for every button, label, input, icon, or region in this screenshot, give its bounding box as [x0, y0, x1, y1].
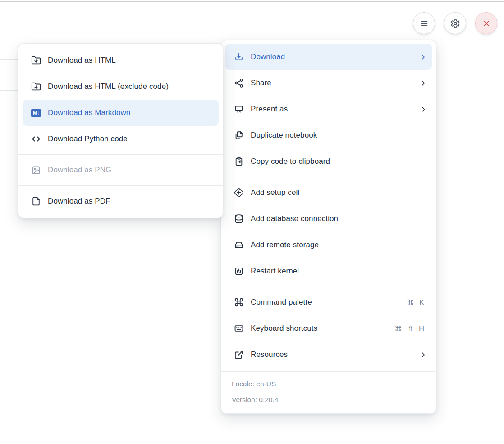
submenu-item-download-as-pdf[interactable]: Download as PDF: [23, 188, 219, 214]
code-icon: [31, 134, 41, 144]
menu-item-label: Add setup cell: [251, 188, 427, 197]
hamburger-icon: [419, 18, 430, 28]
submenu-item-download-as-html[interactable]: Download as HTML: [23, 47, 219, 74]
menu-button[interactable]: [413, 12, 435, 34]
menu-item-add-remote-storage[interactable]: Add remote storage: [225, 232, 432, 258]
submenu-item-download-python-code[interactable]: Download Python code: [23, 126, 219, 152]
submenu-item-download-as-png[interactable]: Download as PNG: [23, 157, 219, 183]
menu-item-label: Share: [251, 79, 412, 88]
menu-item-label: Keyboard shortcuts: [251, 324, 389, 333]
shutdown-button[interactable]: [475, 12, 497, 34]
notebook-actions-toolbar: [413, 12, 497, 34]
chevron-right-icon: [419, 79, 427, 88]
external-link-icon: [234, 350, 244, 360]
menu-item-keyboard-shortcuts[interactable]: Keyboard shortcuts ⌘ ⇧ H: [225, 315, 432, 342]
menu-item-label: Present as: [251, 105, 412, 114]
keyboard-shortcut-hint: ⌘ K: [407, 298, 424, 307]
share-icon: [234, 78, 244, 88]
folder-download-icon: [31, 82, 41, 92]
command-icon: [234, 297, 244, 307]
menu-item-label: Copy code to clipboard: [251, 157, 427, 166]
menu-item-label: Add database connection: [251, 214, 427, 223]
menu-item-restart-kernel[interactable]: Restart kernel: [225, 258, 432, 284]
menu-footer: Locale: en-US Version: 0.20.4: [221, 371, 436, 413]
hard-drive-icon: [234, 240, 244, 250]
download-submenu-list: Download as HTML Download as HTML (exclu…: [18, 44, 223, 218]
download-icon: [234, 52, 244, 62]
download-submenu: Download as HTML Download as HTML (exclu…: [18, 43, 223, 218]
menu-item-label: Download as PDF: [48, 197, 214, 206]
menu-item-label: Download Python code: [48, 134, 214, 143]
menu-item-label: Restart kernel: [251, 267, 427, 276]
menu-item-label: Download: [251, 52, 412, 61]
menu-item-label: Add remote storage: [251, 240, 427, 250]
locale-text: Locale: en-US: [232, 376, 426, 392]
menu-item-download[interactable]: Download: [225, 44, 432, 70]
menu-separator: [18, 185, 223, 186]
close-icon: [481, 18, 492, 28]
menu-item-resources[interactable]: Resources: [225, 342, 432, 368]
menu-item-add-setup-cell[interactable]: Add setup cell: [225, 180, 432, 206]
markdown-icon: M↓: [31, 109, 41, 117]
menu-item-command-palette[interactable]: Command palette ⌘ K: [225, 289, 432, 315]
keyboard-icon: [234, 324, 244, 333]
app-screen: Download Share Present as: [0, 0, 504, 444]
duplicate-icon: [234, 130, 244, 140]
menu-item-label: Resources: [251, 350, 412, 359]
menu-item-label: Download as Markdown: [48, 108, 214, 117]
menu-item-label: Command palette: [251, 298, 400, 307]
menu-item-add-database-connection[interactable]: Add database connection: [225, 206, 432, 232]
clipboard-arrow-icon: [234, 157, 244, 166]
markdown-badge: M↓: [31, 109, 41, 117]
submenu-item-download-as-markdown[interactable]: M↓ Download as Markdown: [23, 100, 219, 126]
menu-item-label: Duplicate notebook: [251, 131, 427, 140]
background-line: [0, 90, 18, 91]
diamond-plus-icon: [234, 188, 244, 198]
chevron-right-icon: [419, 351, 427, 359]
menu-item-share[interactable]: Share: [225, 70, 432, 96]
version-text: Version: 0.20.4: [232, 392, 426, 407]
menu-separator: [18, 154, 223, 155]
menu-item-duplicate-notebook[interactable]: Duplicate notebook: [225, 122, 432, 148]
background-line: [0, 59, 18, 60]
chevron-right-icon: [419, 53, 427, 61]
menu-item-label: Download as PNG: [48, 166, 214, 175]
menu-item-label: Download as HTML: [48, 56, 214, 65]
menu-item-label: Download as HTML (exclude code): [48, 82, 214, 91]
notebook-menu-list: Download Share Present as: [221, 40, 436, 371]
database-icon: [234, 214, 244, 224]
restart-kernel-icon: [234, 266, 244, 276]
image-icon: [31, 165, 41, 175]
menu-separator: [221, 177, 436, 177]
toolbar-border-line: [0, 1, 504, 2]
presentation-icon: [234, 104, 244, 114]
keyboard-shortcut-hint: ⌘ ⇧ H: [395, 324, 424, 333]
menu-separator: [221, 287, 436, 287]
folder-download-icon: [31, 56, 41, 65]
settings-button[interactable]: [444, 12, 466, 34]
gear-icon: [450, 18, 461, 28]
notebook-menu: Download Share Present as: [221, 40, 436, 414]
submenu-item-download-as-html-exclude-code[interactable]: Download as HTML (exclude code): [23, 74, 219, 100]
file-icon: [31, 196, 41, 206]
menu-item-present-as[interactable]: Present as: [225, 96, 432, 122]
chevron-right-icon: [419, 105, 427, 114]
menu-item-copy-code[interactable]: Copy code to clipboard: [225, 148, 432, 175]
